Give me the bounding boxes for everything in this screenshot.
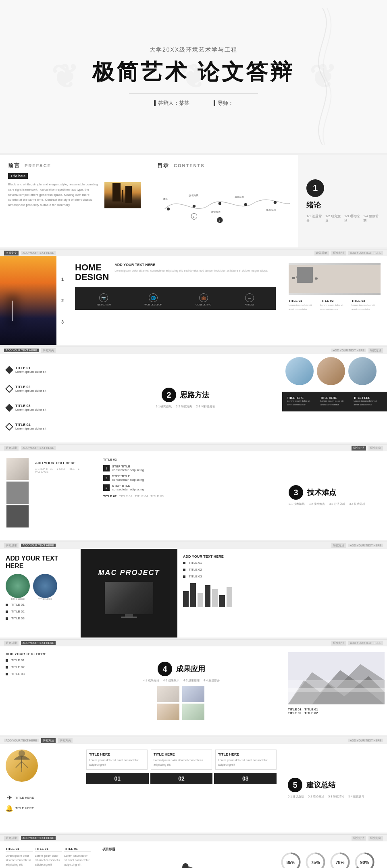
- preface-content: Black and white, simple and elegant styl…: [8, 182, 141, 208]
- s7-right-col-1: TITLE 01 TITLE 02: [288, 708, 301, 715]
- s8-num-02: 02: [150, 773, 213, 784]
- s8-col-2: TITLE HERE Lorem ipsum dolor sit amet co…: [151, 750, 212, 770]
- s7-right-col-2: TITLE 01 TITLE 02: [304, 708, 318, 715]
- chapter-3-title: 技术难点: [307, 488, 336, 497]
- diamond-item-3: TITLE 03 Lorem ipsum dolor sit: [6, 404, 82, 411]
- s3-body-text: Lorem ipsum dolor sit amet, consectetur …: [114, 268, 276, 274]
- nav-bar-2: ADD YOUR TEXT HERE 研究方向 ADD YOUR TEXT HE…: [0, 347, 387, 354]
- s8-num-01: 01: [86, 773, 149, 784]
- s6-right-panel: ADD YOUR TEXT HERE TITLE 01 TITLE 02 TIT…: [177, 549, 387, 638]
- s6-right-item-2: TITLE 02: [183, 568, 381, 571]
- svg-rect-20: [315, 277, 318, 279]
- nav-study-direction: 研究方向: [41, 348, 56, 353]
- nav-add-text-3: ADD YOUR TEXT HERE: [4, 349, 39, 352]
- title-bar: Title here: [8, 173, 28, 179]
- s8-col-1: TITLE HERE Lorem ipsum dolor sit amet co…: [86, 750, 148, 770]
- s9-project-title-1: 项目标题: [102, 847, 268, 851]
- s4-left-panel: TITLE 01 Lorem ipsum dolor sit TITLE 02 …: [0, 354, 89, 442]
- icon-label-web: WEB DEVELOP: [144, 303, 162, 306]
- s7-photo-2: [182, 686, 204, 702]
- chapter-4-subs: 4-1 成果介绍 4-2 成果展示 4-3 成果整理 4-4 新增部分: [143, 679, 220, 683]
- s9-3cols: TITLE 01 Lorem ipsum dolor sit amet cons…: [6, 847, 91, 867]
- s8-col-3: TITLE HERE Lorem ipsum dolor sit amet co…: [215, 750, 277, 770]
- nav-bar-3: 研究成果 ADD YOUR TEXT HERE 研究方法 研究方向: [0, 444, 387, 451]
- s6-right-dot-1: [183, 562, 185, 564]
- s5-center-panel: TITLE 02 1 STEP TITLE consectetur adipis…: [97, 451, 282, 540]
- s5-steps: 1 STEP TITLE consectetur adipiscing 2 ST…: [103, 465, 276, 491]
- s4-circles-row: [282, 354, 387, 388]
- consulting-icon: 💼: [199, 293, 208, 302]
- s7-list: TITLE 01 TITLE 02 TITLE 03: [6, 658, 75, 676]
- s7-dot-3: [6, 673, 8, 675]
- svg-point-1: [193, 205, 196, 208]
- s4-dark-item-1: TITLE HERE Lorem ipsum dolor sit amet co…: [285, 395, 317, 408]
- s6-dot-3: [6, 617, 8, 620]
- chapter-4-num: 4: [158, 662, 172, 676]
- nav-add-text-2: ADD YOUR TEXT HERE: [348, 251, 383, 255]
- author-row: 答辩人：某某 导师：: [154, 100, 233, 107]
- s6-circles: TITLE HERE TITLE HERE: [6, 574, 75, 600]
- num-2: 2: [61, 298, 64, 303]
- s5-left-panel: ADD YOUR TEXT HERE ● STEP TITLE ● STEP T…: [0, 451, 97, 540]
- s5-dots-row: ● STEP TITLE ● STEP TITLE ● PASSAGE: [35, 467, 87, 473]
- preface-heading: 前言 PREFACE: [8, 162, 141, 169]
- s6-circle-dark: [33, 574, 57, 598]
- chapter-2-title: 思路方法: [180, 390, 209, 400]
- svg-rect-14: [289, 265, 381, 293]
- s7-dot-2: [6, 666, 8, 669]
- slide-results: ADD YOUR TEXT HERE TITLE 01 TITLE 02 TIT…: [0, 646, 387, 735]
- s3-icon-arrow: → ARROW: [245, 293, 254, 306]
- s5-step-2: 2 STEP TITLE consectetur adipiscing: [103, 474, 276, 482]
- mac-base: [121, 617, 137, 618]
- s5-center-title: TITLE 02: [103, 458, 276, 461]
- s3-add-text: ADD YOUR TEXT HERE: [114, 263, 276, 267]
- bar-7: [227, 587, 232, 607]
- s6-label-1: TITLE HERE: [6, 598, 30, 600]
- step-num-3: 3: [103, 484, 110, 491]
- nav-study-method-2: 研究方法: [368, 348, 383, 353]
- s9-pct-circle-1: 85%: [280, 851, 302, 868]
- s6-right-item-1: TITLE 01: [183, 561, 381, 565]
- bell-icon: 🔔: [6, 804, 13, 812]
- diamond-1: [5, 366, 13, 374]
- bar-4: [205, 585, 210, 607]
- chapter-5-title: 建议总结: [306, 780, 335, 790]
- s5-right-panel: 3 技术难点 2-1 技术路线 3-2 技术难点 3-3 方法分析 3-4 技术…: [282, 451, 387, 540]
- s6-center-mac: MAC PROJECT: [81, 549, 177, 638]
- web-icon: 🌐: [149, 293, 158, 302]
- diamond-4: [5, 423, 13, 431]
- pct-text-3: 78%: [335, 860, 344, 865]
- s6-right-list: TITLE 01 TITLE 02 TITLE 03: [183, 561, 381, 578]
- cattle-svg: [289, 263, 381, 295]
- main-title: 极简艺术 论文答辩: [92, 58, 294, 87]
- svg-point-0: [167, 208, 170, 210]
- svg-text:成果应用: 成果应用: [235, 195, 244, 198]
- s5-img-3: [6, 505, 29, 527]
- s9-col-2: TITLE 01 Lorem ipsum dolor sit amet cons…: [35, 847, 62, 867]
- pct-text-2: 75%: [311, 860, 320, 865]
- nav-add-text-11: ADD YOUR TEXT HERE: [21, 836, 56, 840]
- advisor-label: 导师：: [214, 100, 233, 107]
- s3-icons-row: 📷 INSTAGRAM 🌐 WEB DEVELOP 💼 CONSULTING →…: [80, 293, 271, 306]
- svg-text:2: 2: [219, 219, 221, 222]
- s7-right-panel: TITLE 01 TITLE 02 TITLE 01 TITLE 02: [282, 646, 387, 735]
- tree-image: [104, 182, 141, 208]
- nav-study-result-2: 研究成果: [4, 543, 19, 548]
- svg-point-4: [274, 201, 277, 204]
- nav-architecture: 建筑策略: [314, 251, 329, 255]
- nav-bar-5: 研究成果 ADD YOUR TEXT HERE 研究方法 ADD YOUR TE…: [0, 639, 387, 646]
- bird-area: [165, 853, 206, 868]
- diamond-content-1: TITLE 01 Lorem ipsum dolor sit: [15, 366, 46, 374]
- nav-study-direction-3: 研究方向: [58, 738, 73, 743]
- s3-header: HOME DESIGN: [75, 263, 109, 282]
- chapter-2-subs: 2-1 研究路线 2-2 研究方向 2-3 可行性分析: [156, 405, 215, 409]
- chapter-5-num: 5: [288, 778, 302, 792]
- s9-circle-container-1: 85% TITLE 01: [280, 851, 302, 868]
- s3-right-image: [289, 263, 381, 295]
- nav-study-method-6: 研究方法: [41, 738, 56, 743]
- person-svg: [8, 748, 36, 784]
- s3-dark-panel: 📷 INSTAGRAM 🌐 WEB DEVELOP 💼 CONSULTING →…: [75, 287, 276, 310]
- mac-screen: [105, 582, 153, 614]
- step-num-1: 1: [103, 465, 110, 471]
- icon-label-consulting: CONSULTING: [196, 303, 211, 306]
